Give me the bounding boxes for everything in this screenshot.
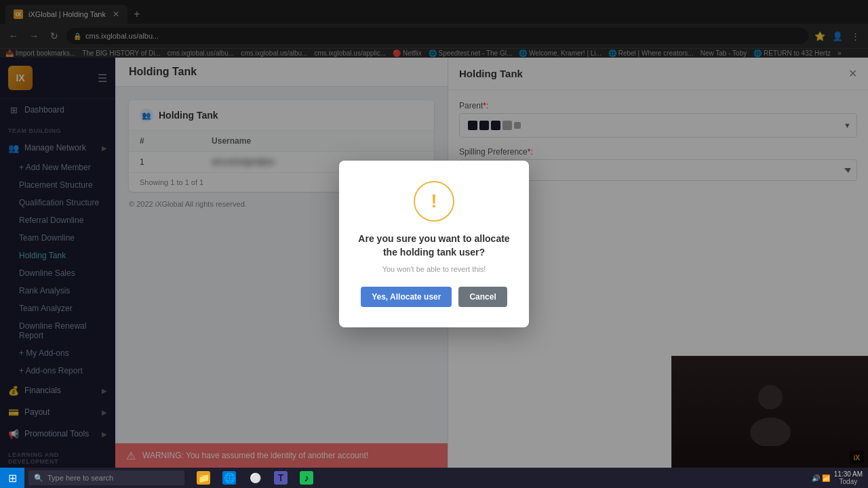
cancel-button[interactable]: Cancel	[458, 287, 507, 307]
taskbar-app-music[interactable]: ♪	[294, 468, 319, 488]
start-button[interactable]: ⊞	[0, 468, 24, 488]
taskbar-search-text: Type here to search	[47, 474, 113, 482]
modal-icon-wrapper: !	[414, 181, 454, 222]
file-explorer-icon: 📁	[197, 471, 210, 485]
taskbar-app-teams[interactable]: T	[269, 468, 293, 488]
taskbar-app-chrome[interactable]: ⚪	[243, 468, 267, 488]
confirmation-modal: ! Are you sure you want to allocate the …	[339, 161, 529, 327]
system-icons: 🔊 📶	[812, 474, 830, 482]
date-display: Today	[834, 478, 863, 485]
taskbar-apps: 📁 🌐 ⚪ T ♪	[191, 468, 319, 488]
confirm-allocate-button[interactable]: Yes, Allocate user	[361, 287, 452, 307]
modal-overlay: ! Are you sure you want to allocate the …	[0, 0, 868, 488]
taskbar-app-edge[interactable]: 🌐	[217, 468, 241, 488]
modal-buttons: Yes, Allocate user Cancel	[355, 287, 513, 307]
modal-title: Are you sure you want to allocate the ho…	[355, 232, 513, 259]
taskbar-app-file-explorer[interactable]: 📁	[191, 468, 216, 488]
chrome-icon: ⚪	[248, 471, 262, 485]
taskbar: ⊞ 🔍 Type here to search 📁 🌐 ⚪ T ♪ 🔊 📶 11…	[0, 468, 868, 488]
modal-exclamation-icon: !	[431, 190, 437, 212]
modal-subtitle: You won't be able to revert this!	[355, 265, 513, 273]
edge-icon: 🌐	[222, 471, 236, 485]
taskbar-right: 🔊 📶 11:30 AM Today	[812, 470, 868, 485]
time-display: 11:30 AM	[834, 470, 863, 478]
taskbar-search-icon: 🔍	[34, 474, 43, 483]
taskbar-clock: 11:30 AM Today	[834, 470, 863, 485]
teams-icon: T	[274, 471, 288, 485]
taskbar-search[interactable]: 🔍 Type here to search	[28, 470, 184, 485]
spotify-icon: ♪	[300, 471, 313, 485]
